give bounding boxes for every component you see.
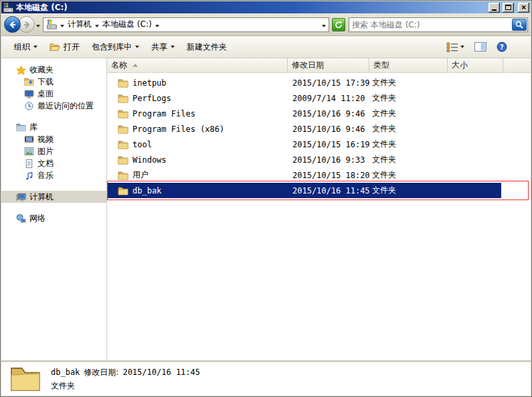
file-row-tool[interactable]: tool 2015/10/15 16:19 文件夹 [107,137,531,152]
file-row-db-bak-selected[interactable]: db_bak 2015/10/16 11:45 文件夹 [107,183,531,198]
sidebar-label: 视频 [37,134,54,145]
file-name: PerfLogs [132,94,171,103]
file-date: 2015/10/16 9:33 [288,152,369,167]
pictures-icon [23,146,34,157]
breadcrumb-drive[interactable]: 本地磁盘 (C:) [102,19,152,30]
sidebar-item-network[interactable]: 网络 [1,212,106,224]
chevron-down-icon [33,46,37,48]
sort-ascending-icon [132,64,138,67]
chevron-down-icon [322,25,326,27]
close-button[interactable]: × [518,3,529,13]
file-type: 文件夹 [369,75,448,90]
sidebar-item-libraries[interactable]: 库 [1,121,106,133]
share-button[interactable]: 共享 [145,39,181,56]
details-date-value: 2015/10/16 11:45 [122,368,200,377]
command-bar: 组织 打开 包含到库中 共享 新建文件夹 [1,36,531,58]
include-in-library-button[interactable]: 包含到库中 [86,39,145,56]
breadcrumb-drive-dropdown[interactable] [155,20,159,29]
column-header-type[interactable]: 类型 [369,58,448,72]
file-date: 2015/10/15 18:20 [288,167,369,183]
downloads-icon [23,76,34,87]
column-header-name[interactable]: 名称 [107,58,288,72]
desktop-icon [23,88,34,99]
help-button[interactable]: ? [495,39,509,54]
back-button[interactable] [4,16,21,33]
organize-button[interactable]: 组织 [8,39,43,56]
file-row-perflogs[interactable]: PerfLogs 2009/7/14 11:20 文件夹 [107,90,531,106]
new-folder-button[interactable]: 新建文件夹 [181,39,233,56]
change-view-button[interactable] [444,40,466,54]
file-row-users[interactable]: 用户 2015/10/15 18:20 文件夹 [107,167,531,183]
include-in-library-label: 包含到库中 [92,42,132,53]
location-dropdown[interactable] [60,20,64,29]
folder-icon [118,124,128,135]
chevron-down-icon [135,46,139,48]
sidebar-item-videos[interactable]: 视频 [1,133,106,145]
column-header-date-modified[interactable]: 修改日期 [288,58,369,72]
sidebar-spacer [1,181,106,191]
sidebar-item-downloads[interactable]: 下载 [1,76,106,88]
details-file-name: db_bak [51,368,80,377]
breadcrumb-computer-dropdown[interactable] [95,20,99,29]
file-date: 2015/10/16 9:46 [288,121,369,137]
sidebar-item-documents[interactable]: 文档 [1,157,106,169]
file-name: inetpub [132,78,167,88]
column-header-filler [503,58,531,72]
column-label: 修改日期 [292,60,324,71]
sidebar-item-music[interactable]: 音乐 [1,169,106,181]
sidebar-label: 音乐 [37,170,54,181]
chevron-down-icon [155,25,159,27]
folder-icon [118,170,128,181]
sidebar-item-desktop[interactable]: 桌面 [1,88,106,100]
maximize-icon [505,5,511,10]
file-type: 文件夹 [369,152,448,167]
chevron-down-icon [460,46,464,48]
file-row-program-files-x86[interactable]: Program Files (x86) 2015/10/16 9:46 文件夹 [107,121,531,137]
file-date: 2015/10/16 9:46 [288,106,369,121]
computer-icon [15,191,26,202]
open-button[interactable]: 打开 [43,39,86,56]
chevron-down-icon [36,25,40,27]
address-bar[interactable]: 计算机 本地磁盘 (C:) [43,17,329,32]
recent-pages-dropdown[interactable] [36,20,40,29]
file-rows: inetpub 2015/10/15 17:39 文件夹 PerfLogs 20… [107,73,531,198]
recent-places-icon [23,100,34,111]
share-label: 共享 [151,42,167,53]
open-label: 打开 [64,42,80,53]
search-button[interactable] [512,19,527,31]
refresh-button[interactable] [332,18,345,31]
breadcrumb-computer[interactable]: 计算机 [68,19,92,30]
file-row-program-files[interactable]: Program Files 2015/10/16 9:46 文件夹 [107,106,531,121]
column-headers: 名称 修改日期 类型 大小 [107,58,531,73]
sidebar-item-pictures[interactable]: 图片 [1,145,106,157]
file-date: 2015/10/16 11:45 [288,183,369,198]
minimize-button[interactable] [489,3,500,13]
preview-pane-button[interactable] [472,40,489,54]
file-row-inetpub[interactable]: inetpub 2015/10/15 17:39 文件夹 [107,75,531,90]
libraries-icon [15,122,26,133]
preview-pane-icon [474,42,486,52]
sidebar-label: 文档 [37,158,54,169]
column-label: 类型 [373,60,389,71]
file-date: 2009/7/14 11:20 [288,90,369,106]
sidebar-label: 图片 [37,146,54,157]
window-title: 本地磁盘 (C:) [16,2,486,13]
maximize-button[interactable] [503,3,514,13]
search-input[interactable] [352,20,512,29]
file-name: Windows [132,155,167,165]
folder-icon [118,155,128,165]
content-area: 收藏夹 下载 桌面 最近访问的位置 [1,58,531,360]
details-date-label: 修改日期: [84,367,118,378]
chevron-down-icon [171,46,175,48]
address-history-dropdown[interactable] [322,20,326,29]
sidebar-item-computer[interactable]: 计算机 [1,191,106,203]
details-text: db_bak 修改日期: 2015/10/16 11:45 文件夹 [51,367,200,392]
network-icon [15,213,26,224]
column-label: 名称 [111,60,127,71]
sidebar-item-recent-places[interactable]: 最近访问的位置 [1,100,106,112]
file-list-pane: 名称 修改日期 类型 大小 inetpub 2015/10/15 17:39 文… [107,58,531,360]
column-header-size[interactable]: 大小 [448,58,503,72]
sidebar-label: 收藏夹 [29,64,54,76]
file-row-windows[interactable]: Windows 2015/10/16 9:33 文件夹 [107,152,531,167]
sidebar-item-favorites[interactable]: 收藏夹 [1,64,106,76]
